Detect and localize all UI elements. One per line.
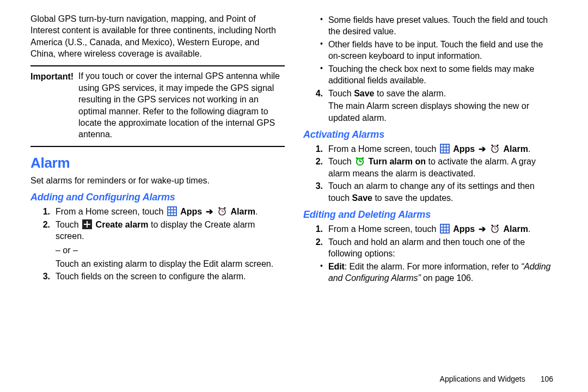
create-alarm-label: Create alarm xyxy=(96,220,149,229)
alarm-description: Set alarms for reminders or for wake-up … xyxy=(30,175,285,186)
footer-section: Applications and Widgets xyxy=(440,375,525,383)
bullet-item: •Touching the check box next to some fie… xyxy=(303,63,558,87)
apps-label: Apps xyxy=(453,224,475,234)
page-footer: Applications and Widgets 106 xyxy=(440,375,553,383)
step-text: From a Home screen, touch xyxy=(56,207,166,216)
step-3: 3. Touch fields on the screen to configu… xyxy=(30,271,285,282)
step-1: 1. From a Home screen, touch Apps ➔ Alar… xyxy=(30,206,285,217)
step-alt: Touch an existing alarm to display the E… xyxy=(56,258,285,270)
step-text: Touch xyxy=(328,157,354,166)
heading-add-config: Adding and Configuring Alarms xyxy=(30,191,285,204)
page-number: 106 xyxy=(541,375,553,383)
alarm-on-icon xyxy=(355,156,365,166)
heading-alarm: Alarm xyxy=(30,154,285,173)
or-divider: – or – xyxy=(56,244,285,256)
step-text: Touch fields on the screen to configure … xyxy=(56,271,285,282)
apps-label: Apps xyxy=(453,144,475,154)
clock-icon xyxy=(490,224,500,234)
step-number: 1. xyxy=(30,206,56,217)
step-e2: 2. Touch and hold an alarm and then touc… xyxy=(303,236,558,260)
bullet-item: •Other fields have to be input. Touch th… xyxy=(303,39,558,62)
step-number: 2. xyxy=(303,236,328,260)
alarm-label: Alarm xyxy=(504,224,528,234)
step-number: 3. xyxy=(30,271,56,282)
step-a2: 2. Touch Turn alarm on to activate the a… xyxy=(303,156,558,179)
arrow-icon: ➔ xyxy=(205,207,214,216)
step-2: 2. Touch Create alarm to display the Cre… xyxy=(30,219,285,270)
heading-activating: Activating Alarms xyxy=(303,128,558,141)
step-number: 4. xyxy=(303,88,328,124)
step-number: 1. xyxy=(303,143,328,155)
bullet-item: •Some fields have preset values. Touch t… xyxy=(303,14,558,38)
bullet-item: • Edit: Edit the alarm. For more informa… xyxy=(303,261,558,284)
step-4: 4. Touch Save to save the alarm. The mai… xyxy=(303,88,558,124)
step-number: 2. xyxy=(30,219,56,270)
step-text: Touch xyxy=(328,89,354,98)
left-column: Global GPS turn-by-turn navigation, mapp… xyxy=(30,13,285,385)
step-number: 1. xyxy=(303,223,328,235)
step-note: The main Alarm screen displays showing t… xyxy=(328,100,558,124)
bullet-text: : Edit the alarm. For more information, … xyxy=(345,262,521,271)
apps-label: Apps xyxy=(180,207,202,216)
apps-icon xyxy=(167,206,177,216)
plus-icon xyxy=(82,219,92,229)
step-text: to save the alarm. xyxy=(375,89,446,98)
important-label: Important! xyxy=(30,72,74,81)
step-number: 3. xyxy=(303,180,328,204)
step-text: Touch and hold an alarm and then touch o… xyxy=(328,236,558,260)
apps-icon xyxy=(440,224,450,234)
step-e1: 1. From a Home screen, touch Apps ➔ Alar… xyxy=(303,223,558,235)
bullet-text: on page 106. xyxy=(421,273,474,283)
step-text: From a Home screen, touch xyxy=(328,224,439,234)
clock-icon xyxy=(490,144,500,154)
important-note: Important! If you touch or cover the int… xyxy=(30,65,285,147)
apps-icon xyxy=(440,144,450,154)
arrow-icon: ➔ xyxy=(477,144,487,154)
step-a1: 1. From a Home screen, touch Apps ➔ Alar… xyxy=(303,143,558,155)
turn-alarm-on-label: Turn alarm on xyxy=(369,157,426,166)
save-label: Save xyxy=(352,193,372,203)
step-a3: 3. Touch an alarm to change any of its s… xyxy=(303,180,558,204)
alarm-label: Alarm xyxy=(504,144,528,154)
edit-label: Edit xyxy=(328,262,345,271)
step-text: From a Home screen, touch xyxy=(328,144,439,154)
step-number: 2. xyxy=(303,156,328,179)
heading-editing: Editing and Deleting Alarms xyxy=(303,208,558,221)
right-column: •Some fields have preset values. Touch t… xyxy=(303,13,558,385)
arrow-icon: ➔ xyxy=(477,224,487,234)
alarm-label: Alarm xyxy=(231,207,255,216)
step-text: Touch xyxy=(56,220,81,229)
clock-icon xyxy=(217,206,227,216)
gps-intro: Global GPS turn-by-turn navigation, mapp… xyxy=(30,13,285,60)
save-label: Save xyxy=(354,89,374,98)
step-text: to save the updates. xyxy=(372,193,454,203)
